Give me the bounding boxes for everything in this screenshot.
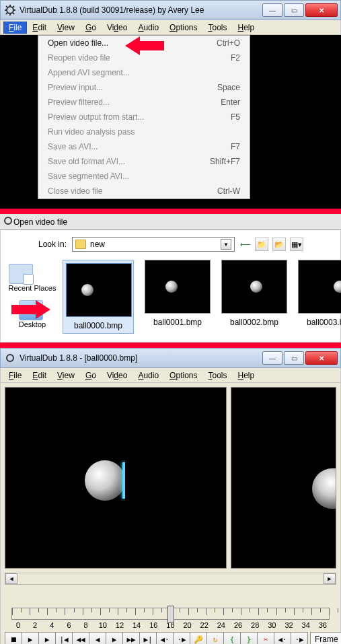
tick	[241, 608, 241, 615]
menu-audio[interactable]: Audio	[132, 369, 164, 382]
transport-button-5[interactable]: ◀	[89, 632, 106, 644]
menu-close-video-file[interactable]: Close video file Ctrl-W	[38, 184, 250, 199]
minimize-button[interactable]: —	[262, 3, 282, 17]
place-recent[interactable]: Recent Places	[9, 264, 56, 292]
menu-preview-filtered[interactable]: Preview filtered... Enter	[38, 95, 250, 110]
transport-button-4[interactable]: ◀◀	[72, 632, 89, 644]
menu-item-label: Open video file...	[48, 38, 108, 48]
transport-button-9[interactable]: ◀·	[156, 632, 174, 644]
maximize-button[interactable]: ▭	[284, 351, 304, 365]
menu-view[interactable]: View	[52, 369, 80, 382]
file-item[interactable]: ball0001.bmp	[145, 260, 211, 334]
minimize-button[interactable]: —	[262, 351, 282, 365]
scroll-left-button[interactable]: ◄	[5, 573, 17, 584]
menu-tools[interactable]: Tools	[202, 369, 232, 382]
file-item[interactable]: ball0003.bmp	[298, 260, 341, 334]
tick	[47, 608, 48, 615]
tick-label: 26	[231, 621, 245, 629]
menu-video[interactable]: Video	[102, 22, 133, 34]
menu-view[interactable]: View	[52, 22, 80, 34]
preview-ball	[312, 468, 336, 509]
transport-button-17[interactable]: ·▶	[291, 632, 308, 644]
tick-label: 16	[147, 621, 160, 629]
menu-options[interactable]: Options	[164, 369, 202, 382]
transport-button-7[interactable]: ▶▶	[122, 632, 140, 644]
menu-options[interactable]: Options	[164, 22, 202, 34]
tick	[311, 608, 312, 615]
tick-label: 36	[316, 621, 330, 629]
transport-button-0[interactable]: ⏹	[5, 632, 22, 644]
menu-save-as-avi[interactable]: Save as AVI... F7	[38, 139, 250, 154]
new-folder-button[interactable]: 📂	[272, 238, 286, 251]
menu-edit[interactable]: Edit	[27, 369, 52, 382]
tick	[294, 608, 295, 615]
transport-button-11[interactable]: 🔑	[190, 632, 207, 644]
transport-button-2[interactable]: ▶	[38, 632, 56, 644]
svg-point-10	[7, 355, 13, 361]
timeline-playhead[interactable]	[167, 606, 174, 623]
menu-preview-input[interactable]: Preview input... Space	[38, 80, 250, 95]
preview-panes	[5, 387, 336, 569]
tick-label: 14	[130, 621, 143, 629]
up-one-level-button[interactable]: 📁	[255, 238, 268, 251]
tick-label: 30	[265, 621, 278, 629]
transport-button-15[interactable]: ✂	[257, 632, 274, 644]
file-item[interactable]: ball0000.bmp	[63, 260, 134, 334]
menu-preview-output-from-start[interactable]: Preview output from start... F5	[38, 110, 250, 124]
transport-buttons: ⏹▶▶|◀◀◀◀▶▶▶▶|◀··▶🔑↻{}✂◀··▶	[5, 632, 307, 644]
menu-file[interactable]: File	[3, 22, 27, 34]
menu-go[interactable]: Go	[80, 22, 102, 34]
back-button[interactable]: ⟵	[240, 238, 251, 251]
preview-ball	[85, 460, 125, 501]
tick	[83, 608, 83, 615]
thumbnail-image	[66, 263, 132, 317]
maximize-button[interactable]: ▭	[284, 3, 304, 17]
menu-save-old-format-avi[interactable]: Save old format AVI... Shift+F7	[38, 154, 250, 169]
transport-button-8[interactable]: ▶|	[139, 632, 157, 644]
combobox-dropdown-button[interactable]: ▼	[221, 239, 231, 250]
place-label: Recent Places	[9, 284, 56, 292]
menu-tools[interactable]: Tools	[202, 22, 232, 34]
menu-item-label: Append AVI segment...	[48, 68, 130, 77]
menu-help[interactable]: Help	[233, 369, 260, 382]
menu-item-label: Save old format AVI...	[48, 157, 125, 166]
input-pane[interactable]	[5, 387, 227, 569]
menu-audio[interactable]: Audio	[132, 22, 164, 34]
transport-button-16[interactable]: ◀·	[274, 632, 291, 644]
close-button[interactable]: ✕	[305, 351, 338, 365]
view-menu-button[interactable]: ▦▾	[290, 238, 303, 251]
transport-button-3[interactable]: |◀	[55, 632, 73, 644]
transport-button-1[interactable]: ▶	[22, 632, 39, 644]
menu-file[interactable]: File	[3, 369, 27, 382]
tick	[135, 608, 136, 615]
editor-window-titlebar: VirtualDub 1.8.8 - [ball0000.bmp] — ▭ ✕	[0, 348, 341, 368]
ball-icon	[81, 284, 93, 296]
ball-icon	[334, 281, 341, 293]
menu-help[interactable]: Help	[233, 22, 260, 34]
menu-run-video-analysis-pass[interactable]: Run video analysis pass	[38, 124, 250, 139]
horizontal-scrollbar[interactable]: ◄ ►	[5, 573, 336, 585]
menu-append-avi-segment[interactable]: Append AVI segment...	[38, 65, 250, 80]
menu-item-shortcut: F5	[231, 112, 240, 122]
output-pane[interactable]	[231, 387, 336, 569]
scroll-right-button[interactable]: ►	[324, 573, 336, 584]
window-title: VirtualDub 1.8.8 (build 30091/release) b…	[20, 5, 262, 15]
menu-video[interactable]: Video	[102, 369, 133, 382]
transport-button-13[interactable]: {	[223, 632, 241, 644]
file-item[interactable]: ball0002.bmp	[221, 260, 287, 334]
lookin-combobox[interactable]: new ▼	[72, 237, 235, 252]
ball-icon	[165, 281, 178, 293]
menu-save-segmented-avi[interactable]: Save segmented AVI...	[38, 169, 250, 184]
menu-edit[interactable]: Edit	[27, 22, 52, 34]
tick	[65, 608, 65, 615]
menu-go[interactable]: Go	[80, 369, 102, 382]
transport-button-12[interactable]: ↻	[206, 632, 224, 644]
open-dialog-body: Look in: new ▼ ⟵ 📁 📂 ▦▾ Recent Places De…	[0, 230, 341, 343]
transport-button-10[interactable]: ·▶	[173, 632, 190, 644]
close-button[interactable]: ✕	[305, 3, 338, 17]
open-dialog-title: Open video file	[0, 214, 341, 230]
transport-button-6[interactable]: ▶	[106, 632, 123, 644]
transport-button-14[interactable]: }	[240, 632, 258, 644]
file-thumbnails: ball0000.bmp ball0001.bmp ball0002.bmp b…	[65, 260, 335, 334]
timeline-track[interactable]	[11, 608, 330, 620]
